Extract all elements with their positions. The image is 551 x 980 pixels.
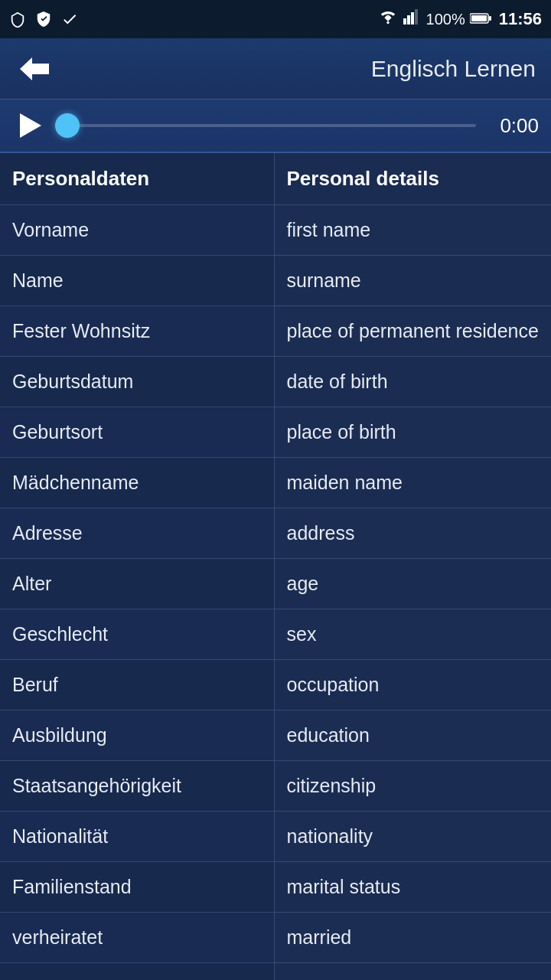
shield-icon: [8, 9, 28, 29]
battery-percentage: 100%: [426, 11, 465, 28]
german-word: Vorname: [0, 205, 274, 256]
back-button[interactable]: [15, 50, 54, 88]
german-word: Beruf: [0, 660, 274, 710]
german-word: Name: [0, 256, 274, 306]
table-row[interactable]: Vornamefirst name: [0, 205, 551, 256]
svg-rect-0: [403, 18, 406, 24]
table-row[interactable]: Geschlechtsex: [0, 609, 551, 660]
english-word: education: [274, 710, 551, 761]
english-word: place of birth: [274, 407, 551, 458]
english-word: Personal details: [274, 153, 551, 205]
svg-rect-6: [489, 16, 491, 21]
table-row[interactable]: PersonaldatenPersonal details: [0, 153, 551, 205]
german-word: Alter: [0, 559, 274, 609]
german-word: Fester Wohnsitz: [0, 306, 274, 357]
german-word: Geschlecht: [0, 609, 274, 660]
status-icons-right: 100% 11:56: [377, 8, 542, 30]
german-word: Geburtsdatum: [0, 357, 274, 407]
german-word: verheiratet: [0, 913, 274, 963]
table-row[interactable]: Berufoccupation: [0, 660, 551, 710]
english-word: occupation: [274, 660, 551, 710]
check-icon: [60, 9, 80, 29]
english-word: age: [274, 559, 551, 609]
table-row[interactable]: Geburtsdatumdate of birth: [0, 357, 551, 407]
clock-time: 11:56: [499, 9, 542, 29]
english-word: first name: [274, 205, 551, 256]
app-header: Englisch Lernen: [0, 38, 551, 100]
table-row[interactable]: Mädchennamemaiden name: [0, 458, 551, 508]
play-button[interactable]: [12, 109, 46, 142]
german-word: Geburtsort: [0, 407, 274, 458]
table-row[interactable]: Geburtsortplace of birth: [0, 407, 551, 458]
table-row[interactable]: Familienstandmarital status: [0, 862, 551, 913]
english-word: surname: [274, 256, 551, 306]
english-word: place of permanent residence: [274, 306, 551, 357]
status-bar: 100% 11:56: [0, 0, 551, 38]
svg-marker-7: [20, 57, 49, 80]
status-icons-left: [8, 9, 80, 29]
english-word: marital status: [274, 862, 551, 913]
table-row[interactable]: Adresseaddress: [0, 508, 551, 559]
english-word: married: [274, 913, 551, 963]
english-word: maiden name: [274, 458, 551, 508]
progress-thumb[interactable]: [55, 113, 80, 138]
table-row[interactable]: ledig (Junggeselle)bachelor: [0, 963, 551, 981]
shield-2-icon: [34, 9, 54, 29]
svg-rect-1: [407, 15, 410, 24]
german-word: Adresse: [0, 508, 274, 559]
signal-icon: [403, 8, 422, 30]
english-word: sex: [274, 609, 551, 660]
german-word: ledig (Junggeselle): [0, 963, 274, 981]
table-row[interactable]: Alterage: [0, 559, 551, 609]
german-word: Mädchenname: [0, 458, 274, 508]
svg-rect-2: [411, 12, 414, 24]
english-word: citizenship: [274, 761, 551, 812]
english-word: bachelor: [274, 963, 551, 981]
english-word: date of birth: [274, 357, 551, 407]
german-word: Familienstand: [0, 862, 274, 913]
audio-player: 0:00: [0, 100, 551, 153]
english-word: nationality: [274, 812, 551, 862]
german-word: Nationalität: [0, 812, 274, 862]
battery-icon: [470, 9, 491, 29]
german-word: Personaldaten: [0, 153, 274, 205]
progress-track[interactable]: [55, 124, 476, 127]
vocab-table: PersonaldatenPersonal detailsVornamefirs…: [0, 153, 551, 980]
table-row[interactable]: verheiratetmarried: [0, 913, 551, 963]
svg-rect-3: [415, 9, 418, 24]
german-word: Ausbildung: [0, 710, 274, 761]
german-word: Staatsangehörigkeit: [0, 761, 274, 812]
header-title: Englisch Lernen: [54, 56, 536, 82]
wifi-icon: [377, 8, 399, 30]
table-row[interactable]: Ausbildungeducation: [0, 710, 551, 761]
table-row[interactable]: Namesurname: [0, 256, 551, 306]
table-row[interactable]: Staatsangehörigkeitcitizenship: [0, 761, 551, 812]
play-icon: [20, 113, 41, 138]
table-row[interactable]: Fester Wohnsitzplace of permanent reside…: [0, 306, 551, 357]
time-display: 0:00: [485, 114, 539, 138]
table-row[interactable]: Nationalitätnationality: [0, 812, 551, 862]
english-word: address: [274, 508, 551, 559]
svg-rect-5: [471, 15, 487, 21]
